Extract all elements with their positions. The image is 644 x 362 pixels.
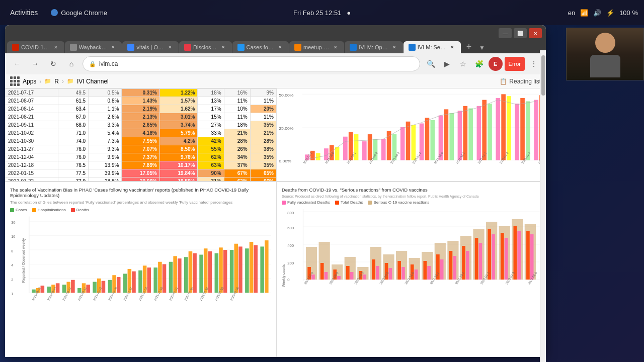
table-row: 2021-12-0476.09.9% 7.37% 9.76% 62% 34% 3… — [6, 153, 277, 161]
extensions-button[interactable]: 🧩 — [472, 57, 487, 71]
svg-rect-22 — [406, 122, 411, 160]
svg-rect-107 — [223, 250, 227, 293]
tab-label-vitals: vitals | O… — [136, 44, 164, 50]
tab-close-disclos[interactable]: ✕ — [220, 44, 227, 51]
svg-rect-178 — [325, 272, 328, 280]
chart-left-area: Reported / Observed weekly 1 2 4 8 16 30 — [10, 214, 271, 307]
svg-text:50.00%: 50.00% — [279, 94, 293, 98]
tab-vitals[interactable]: vitals | O… ✕ — [122, 41, 179, 53]
minimize-button[interactable]: — — [499, 28, 512, 38]
menu-button[interactable]: ⋮ — [527, 57, 541, 71]
svg-rect-113 — [254, 245, 258, 293]
svg-rect-106 — [219, 247, 223, 293]
tab-favicon-ivi-op — [350, 44, 357, 51]
legend-fv-deaths: Fully vaccinated Deaths — [282, 200, 330, 205]
svg-rect-31 — [463, 106, 467, 160]
svg-text:600: 600 — [287, 226, 294, 230]
svg-rect-30 — [458, 111, 462, 160]
tab-overflow-button[interactable]: ▼ — [476, 42, 488, 53]
tab-label-disclos: Disclos… — [193, 44, 216, 50]
svg-rect-187 — [440, 259, 444, 280]
svg-rect-142 — [319, 242, 330, 280]
svg-text:30: 30 — [11, 221, 15, 224]
svg-rect-83 — [102, 281, 106, 293]
tab-close-wayback[interactable]: ✕ — [110, 44, 117, 51]
reading-list-label: Reading list — [509, 78, 541, 85]
close-button[interactable]: ✕ — [529, 28, 542, 38]
svg-rect-112 — [250, 242, 254, 293]
scrollbar-thumb[interactable] — [541, 55, 545, 96]
tab-close-meetup[interactable]: ✕ — [332, 44, 339, 51]
forward-button[interactable]: → — [28, 57, 42, 71]
tab-close-covid[interactable]: ✕ — [52, 44, 59, 51]
legend-cases-dot — [10, 208, 14, 212]
power-icon: ⚡ — [606, 9, 614, 17]
table-row: 2021-12-1876.513.9% 7.89% 10.17% 63% 37%… — [6, 161, 277, 169]
table-row: 2021-10-0271.05.4% 4.18% 5.79% 33% 21% 2… — [6, 129, 277, 137]
svg-rect-16 — [368, 134, 372, 160]
new-tab-button[interactable]: + — [462, 40, 475, 53]
wifi-icon: 📶 — [580, 9, 588, 17]
table-row: 2021-09-1168.03.3% 2.65% 3.74% 27%18% 35… — [6, 121, 277, 129]
svg-rect-160 — [320, 263, 324, 280]
svg-rect-39 — [515, 104, 519, 160]
home-button[interactable]: ⌂ — [64, 57, 78, 71]
legend-deaths-dot — [71, 208, 75, 212]
svg-text:0.00%: 0.00% — [279, 159, 291, 163]
legend-fv-deaths-dot — [282, 201, 286, 205]
tab-covid[interactable]: COVID-1… ✕ — [7, 41, 64, 53]
tab-close-ivi-op[interactable]: ✕ — [391, 44, 398, 51]
svg-rect-188 — [453, 256, 456, 280]
tab-favicon-disclos — [184, 44, 191, 51]
tab-meetup[interactable]: meetup-… ✕ — [289, 41, 344, 53]
tab-close-cases[interactable]: ✕ — [277, 44, 284, 51]
svg-text:16: 16 — [11, 235, 15, 239]
svg-rect-185 — [415, 269, 418, 280]
reload-button[interactable]: ↻ — [46, 57, 60, 71]
tab-favicon-covid — [12, 44, 19, 51]
activities-button[interactable]: Activities — [6, 7, 42, 19]
svg-rect-102 — [199, 255, 203, 293]
svg-text:400: 400 — [287, 243, 294, 248]
svg-rect-190 — [479, 243, 482, 280]
chart-right-legend: Fully vaccinated Deaths Total Deaths Ser… — [282, 200, 541, 205]
svg-rect-28 — [444, 109, 449, 160]
tab-ivi-op[interactable]: IVI M: Op… ✕ — [345, 41, 403, 53]
tab-wayback[interactable]: Wayback… ✕ — [65, 41, 122, 53]
svg-rect-92 — [147, 267, 151, 293]
svg-text:2: 2 — [11, 278, 13, 282]
svg-rect-193 — [517, 231, 521, 280]
arrow-button[interactable]: ▶ — [440, 57, 454, 71]
reading-list-button[interactable]: 📋 Reading list — [500, 78, 541, 85]
scrollbar[interactable] — [540, 50, 546, 362]
svg-rect-109 — [234, 244, 238, 293]
svg-rect-71 — [41, 286, 45, 293]
maximize-button[interactable]: ⬜ — [514, 28, 527, 38]
tab-cases[interactable]: Cases fo… ✕ — [232, 41, 289, 53]
apps-icon[interactable] — [10, 76, 20, 86]
right-chart-top: 50.00% 25.00% 0.00% — [277, 88, 546, 181]
svg-rect-93 — [153, 267, 157, 293]
svg-rect-108 — [230, 250, 234, 293]
person-view — [567, 28, 643, 80]
profile-button[interactable]: E — [489, 57, 503, 71]
chart-right-y-label: Weekly counts — [282, 207, 285, 287]
tab-ivi-se[interactable]: IVI M: Se… ✕ — [404, 41, 461, 53]
svg-text:8: 8 — [11, 249, 13, 253]
tab-close-ivi-se[interactable]: ✕ — [449, 44, 456, 51]
svg-rect-110 — [238, 246, 243, 293]
error-button[interactable]: Error — [505, 57, 525, 71]
chart-right-bottom: Deaths from COVID-19 vs. "Serious reacti… — [277, 182, 546, 357]
svg-rect-148 — [396, 251, 407, 280]
tab-favicon-meetup — [294, 44, 301, 51]
bookmark-button[interactable]: ☆ — [456, 57, 470, 71]
tab-disclos[interactable]: Disclos… ✕ — [179, 41, 231, 53]
url-bar[interactable]: 🔒 ivim.ca — [83, 56, 420, 71]
language-label: en — [568, 9, 575, 17]
tab-close-vitals[interactable]: ✕ — [167, 44, 174, 51]
back-button[interactable]: ← — [10, 57, 24, 71]
browser-name-label: Google Chrome — [61, 9, 107, 17]
svg-text:200: 200 — [287, 261, 294, 265]
search-button[interactable]: 🔍 — [424, 57, 438, 71]
svg-rect-168 — [423, 261, 427, 280]
